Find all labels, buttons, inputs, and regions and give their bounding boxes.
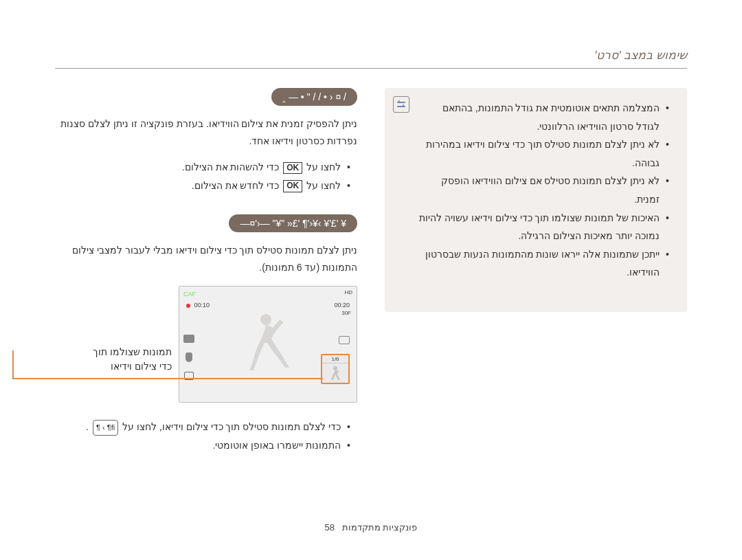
svg-rect-3 [397,106,405,107]
fps-indicator: 30F [341,310,351,316]
thumb-count: 1/6 [322,355,348,363]
camera-icon [183,335,194,343]
mic-icon [186,352,192,362]
note-item: המצלמה תתאים אוטומטית את גודל התמונות, ב… [416,99,669,135]
callout-line2: כדי צילום וידיאו [93,359,172,374]
section1-bullets: לחצו על OK כדי להשהות את הצילום. לחצו על… [55,158,357,194]
dancer-silhouette-icon [244,310,292,374]
page-title: שימוש במצב 'סרט' [594,49,687,62]
section-pill-pause: / ¤ ‹ • / / " • — ‸ [271,88,357,106]
svg-point-0 [260,314,271,325]
bullet-shutter: כדי לצלם תמונות סטילס תוך כדי צילום וידי… [55,418,350,436]
viewfinder-frame: CAF HD 00:10 00:20 30F [179,286,357,403]
note-box: המצלמה תתאים אוטומטית את גודל התמונות, ב… [385,88,687,312]
section2-paragraph: ניתן לצלם תמונות סטילס תוך כדי צילום ויד… [55,242,357,276]
left-icon-stack [183,335,194,380]
hd-indicator: HD [344,289,352,295]
page-header: שימוש במצב 'סרט' [55,48,687,69]
callout-labels: תמונות שצולמו תוך כדי צילום וידיאו [93,345,172,374]
total-time: 00:20 [334,302,350,309]
note-item: האיכות של תמונות שצולמו תוך כדי צילום וי… [416,209,669,245]
rec-timer: 00:10 [186,302,210,309]
left-column: המצלמה תתאים אוטומטית את גודל התמונות, ב… [385,88,687,473]
still-thumbnail-box: 1/6 [321,354,350,384]
shutter-button-label: fi¶ › ¶ [93,420,118,436]
note-item: ייתכן שתמונות אלה ייראו שונות מהתמונות ה… [416,245,669,282]
record-dot-icon [186,304,190,308]
page-container: שימוש במצב 'סרט' / ¤ ‹ • / / " • — ‸ נית… [0,0,742,501]
section-pill-stills: ¥ '£'¥ ›¥‹'¶ '£« "¥" —‹'¤— [229,214,357,232]
page-number: 58 [325,522,335,533]
footer-text: פונקציות מתקדמות [342,522,418,533]
bullet-autosave: התמונות יישמרו באופן אוטומטי. [55,436,350,455]
right-column: / ¤ ‹ • / / " • — ‸ ניתן להפסיק זמנית את… [55,88,357,473]
capture-mode-icon [339,336,350,344]
bullet-resume: לחצו על OK כדי לחדש את הצילום. [55,177,350,195]
page-footer: פונקציות מתקדמות 58 [0,522,742,533]
note-item: לא ניתן לצלם תמונות סטילס אם צילום הוויד… [416,172,669,208]
section2-bullets: כדי לצלם תמונות סטילס תוך כדי צילום וידי… [55,418,357,454]
two-column-layout: / ¤ ‹ • / / " • — ‸ ניתן להפסיק זמנית את… [55,88,687,473]
note-bullets: המצלמה תתאים אוטומטית את גודל התמונות, ב… [416,99,676,282]
section1-paragraph: ניתן להפסיק זמנית את צילום הווידיאו. בעז… [55,115,357,150]
ok-button-label: OK [283,162,302,175]
frame-icon [184,372,194,380]
viewfinder-illustration: CAF HD 00:10 00:20 30F [179,286,357,403]
note-icon [393,96,409,113]
callout-line1: תמונות שצולמו תוך [93,345,172,359]
note-item: לא ניתן לצלם תמונות סטילס תוך כדי צילום … [416,135,669,172]
thumb-inner [322,363,348,383]
caf-indicator: CAF [183,291,196,298]
ok-button-label: OK [283,180,302,192]
svg-rect-2 [397,102,405,103]
svg-point-1 [333,366,337,370]
bullet-pause: לחצו על OK כדי להשהות את הצילום. [55,158,350,177]
